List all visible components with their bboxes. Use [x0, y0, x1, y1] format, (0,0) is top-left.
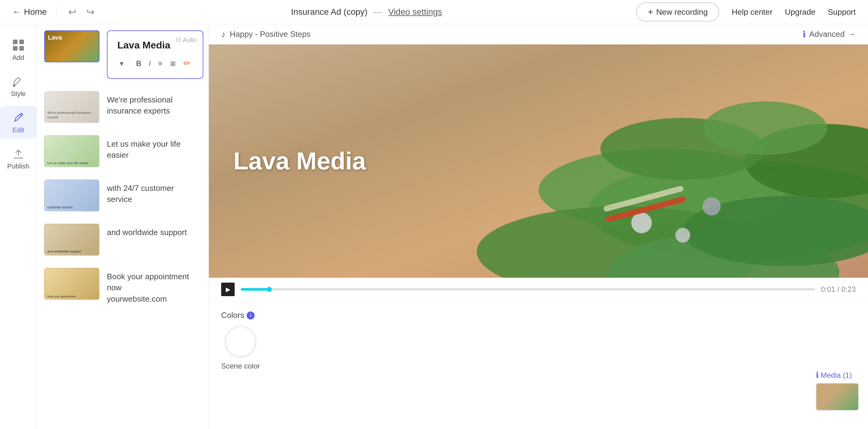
svg-point-4 [13, 85, 16, 87]
nav-separator: — [373, 7, 382, 16]
slide-item-5: and worldwide support and worldwide supp… [44, 224, 201, 256]
brush-icon [12, 74, 25, 88]
style-label: Style [11, 90, 26, 98]
timeline-progress [241, 288, 269, 291]
advanced-button[interactable]: ℹ Advanced → [803, 29, 856, 39]
style-dropdown-button[interactable]: ▾ [117, 58, 126, 69]
slide-text-2[interactable]: We're professional insurance experts [107, 91, 201, 117]
advanced-label: Advanced [809, 29, 845, 39]
music-track: Happy - Positive Steps [230, 29, 311, 39]
colors-section: Colors i Scene color [221, 310, 260, 420]
slide-item-6: Book your appointment Book your appointm… [44, 268, 201, 304]
undo-button[interactable]: ↩ [66, 5, 79, 19]
undo-redo-group: ↩ ↪ [66, 5, 97, 19]
icon-sidebar: Add Style Edit Publish [0, 24, 37, 429]
support-link[interactable]: Support [828, 7, 856, 17]
svg-rect-2 [13, 46, 18, 51]
timeline-container [241, 288, 815, 291]
sidebar-item-publish[interactable]: Publish [0, 142, 36, 175]
slide-thumb-3[interactable]: Let us make your life easier [44, 135, 99, 167]
italic-button[interactable]: I [146, 58, 153, 69]
back-arrow-icon: ← [12, 7, 21, 17]
upgrade-link[interactable]: Upgrade [785, 7, 815, 17]
slide-thumb-5[interactable]: and worldwide support [44, 224, 99, 256]
slide-text-3[interactable]: Let us make your life easier [107, 135, 201, 161]
bold-button[interactable]: B [134, 58, 144, 69]
home-button[interactable]: ← Home [12, 7, 47, 17]
slide-text-6[interactable]: Book your appointment now yourwebsite.co… [107, 268, 201, 304]
slide-thumb-4[interactable]: customer service [44, 179, 99, 211]
video-title-overlay: Lava Media [234, 147, 366, 175]
slide-text-4[interactable]: with 24/7 customer service [107, 179, 201, 205]
toolbar-divider-1 [130, 59, 130, 68]
slide-item-2: We're professional insurance experts We'… [44, 91, 201, 123]
slides-panel: ⋮ Lava ⊙ Auto Lava Media ▾ B I ≡ ≣ ✏ [37, 24, 209, 429]
plus-icon: + [648, 7, 653, 17]
slide-more-button-1[interactable]: ⋮ [37, 40, 40, 50]
media-label-text[interactable]: ℹ Media (1) [816, 370, 859, 380]
slide-thumb-2[interactable]: We're professional insurance experts [44, 91, 99, 123]
grid-icon [12, 38, 25, 52]
bullet-button[interactable]: ≡ [156, 58, 165, 69]
sidebar-item-add[interactable]: Add [0, 33, 36, 67]
slide-text-5[interactable]: and worldwide support [107, 224, 201, 238]
slide-thumb-wrap-3: Let us make your life easier [44, 135, 99, 167]
nav-title: Insurance Ad (copy) — Video settings [106, 7, 627, 17]
publish-label: Publish [7, 162, 29, 170]
slide-thumb-1[interactable]: Lava [44, 30, 99, 62]
slide-edit-box: ⊙ Auto Lava Media ▾ B I ≡ ≣ ✏ [107, 30, 203, 79]
project-name: Insurance Ad (copy) [291, 7, 367, 16]
time-display: 0:01 / 0:23 [821, 285, 856, 294]
playback-bar: ▶ 0:01 / 0:23 [209, 278, 868, 301]
upload-icon [12, 147, 25, 161]
media-thumbnail[interactable] [816, 383, 859, 410]
slide-thumb-wrap-5: and worldwide support [44, 224, 99, 256]
colors-label: Colors i [221, 310, 260, 320]
play-icon: ▶ [226, 286, 230, 293]
colors-text: Colors [221, 310, 244, 320]
music-icon: ♪ [221, 29, 225, 39]
timeline-cursor [267, 287, 272, 292]
sidebar-item-style[interactable]: Style [0, 70, 36, 103]
slide-item-4: customer service with 24/7 customer serv… [44, 179, 201, 211]
slide-thumb-6[interactable]: Book your appointment [44, 268, 99, 300]
color-button[interactable]: ✏ [181, 57, 193, 70]
play-button[interactable]: ▶ [221, 283, 235, 296]
arrow-icon: → [848, 29, 856, 39]
new-recording-button[interactable]: + New recording [636, 2, 719, 22]
svg-rect-3 [19, 46, 24, 51]
thumb-lava-text: Lava [48, 34, 62, 41]
help-center-link[interactable]: Help center [732, 7, 773, 17]
slide-item-1: ⋮ Lava ⊙ Auto Lava Media ▾ B I ≡ ≣ ✏ [44, 30, 201, 79]
media-panel: ℹ Media (1) [816, 370, 859, 410]
slide-edit-toolbar: ▾ B I ≡ ≣ ✏ [117, 57, 193, 70]
redo-button[interactable]: ↪ [84, 5, 97, 19]
svg-rect-1 [19, 40, 24, 44]
svg-rect-0 [13, 40, 18, 44]
svg-point-15 [703, 197, 720, 216]
scene-color-swatch[interactable] [225, 326, 256, 357]
slide-thumb-wrap-4: customer service [44, 179, 99, 211]
svg-point-14 [675, 228, 690, 242]
scene-color-group: Scene color [221, 326, 260, 370]
video-preview[interactable]: Lava Media [209, 44, 868, 278]
info-icon: ℹ [803, 29, 806, 39]
home-label: Home [24, 7, 47, 17]
slide-thumb-wrap-2: We're professional insurance experts [44, 91, 99, 123]
nav-right: + New recording Help center Upgrade Supp… [636, 2, 856, 22]
add-label: Add [12, 54, 24, 62]
svg-point-13 [631, 213, 652, 233]
slide-thumb-wrap-6: Book your appointment [44, 268, 99, 300]
scene-color-label: Scene color [221, 362, 260, 370]
colors-info-icon[interactable]: i [247, 311, 255, 320]
timeline-track[interactable] [241, 288, 815, 291]
video-settings-link[interactable]: Video settings [388, 7, 442, 16]
new-recording-label: New recording [656, 7, 708, 17]
nav-divider [56, 6, 57, 18]
sidebar-item-edit[interactable]: Edit [0, 106, 36, 139]
maze-svg [374, 44, 868, 278]
numbered-button[interactable]: ≣ [167, 58, 179, 69]
slide-thumb-wrap-1: ⋮ Lava [44, 30, 99, 62]
main-layout: Add Style Edit Publish [0, 24, 868, 429]
media-info-icon: ℹ [816, 370, 819, 380]
